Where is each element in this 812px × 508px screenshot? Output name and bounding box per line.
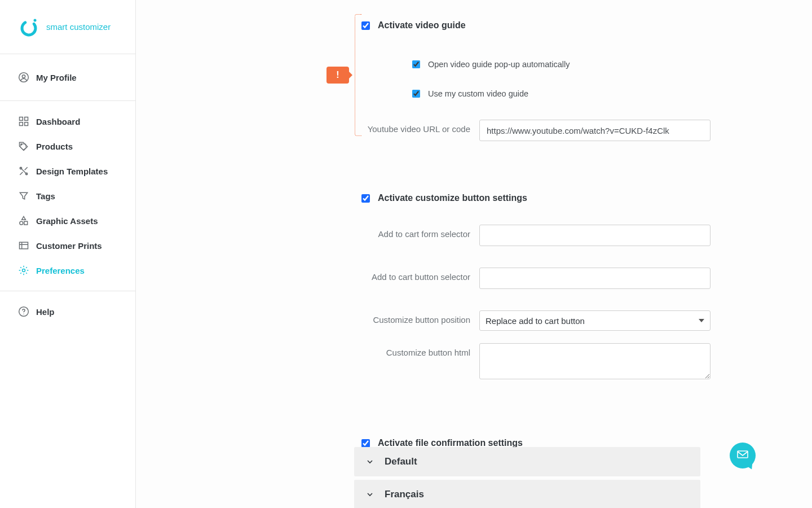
svg-rect-13 (20, 242, 28, 249)
mail-icon (736, 448, 749, 463)
svg-rect-12 (24, 221, 28, 225)
svg-point-2 (19, 73, 29, 82)
sidebar-item-tags[interactable]: Tags (0, 183, 135, 208)
sidebar-item-preferences[interactable]: Preferences (0, 258, 135, 283)
sidebar-item-label: Products (36, 142, 73, 151)
gear-icon (18, 265, 29, 276)
sub-label: Use my custom video guide (428, 89, 528, 98)
brand-logo[interactable]: smart customizer (0, 0, 135, 54)
button-html-label: Customize button html (361, 343, 479, 357)
button-position-label: Customize button position (361, 310, 479, 325)
user-icon (18, 72, 29, 83)
use-custom-video-checkbox[interactable] (412, 90, 420, 98)
brand-name: smart customizer (46, 22, 111, 32)
sidebar-item-label: My Profile (36, 73, 77, 82)
shapes-icon (18, 215, 29, 226)
cart-button-selector-label: Add to cart button selector (361, 268, 479, 282)
sidebar-item-design-templates[interactable]: Design Templates (0, 159, 135, 183)
sidebar-item-dashboard[interactable]: Dashboard (0, 109, 135, 134)
button-html-textarea[interactable] (479, 343, 710, 379)
youtube-url-label: Youtube video URL or code (361, 120, 479, 134)
sidebar-item-graphic-assets[interactable]: Graphic Assets (0, 208, 135, 233)
svg-rect-17 (738, 451, 748, 458)
section-title: Activate video guide (378, 20, 466, 30)
sidebar-item-label: Preferences (36, 266, 85, 275)
activate-video-guide-checkbox[interactable] (361, 21, 370, 30)
highlight-bracket (355, 14, 361, 136)
accordion-item-second[interactable]: Français (354, 480, 700, 508)
tag-icon (18, 141, 29, 152)
alert-badge-icon: ! (336, 70, 339, 80)
prints-icon (18, 240, 29, 251)
preferences-form: Activate video guide Open video guide po… (361, 0, 710, 448)
svg-point-14 (23, 269, 25, 272)
activate-customize-button-checkbox[interactable] (361, 194, 370, 203)
sidebar-item-my-profile[interactable]: My Profile (0, 54, 135, 100)
section-title: Activate customize button settings (378, 193, 527, 203)
accordion-label: Default (385, 456, 417, 467)
svg-rect-5 (25, 117, 28, 121)
sidebar-item-label: Dashboard (36, 117, 80, 126)
help-icon (18, 306, 29, 317)
activate-customize-button-toggle[interactable]: Activate customize button settings (361, 193, 710, 203)
accordion-label: Français (385, 489, 424, 500)
dashboard-icon (18, 116, 29, 127)
cart-button-selector-input[interactable] (479, 268, 710, 289)
chevron-down-icon (365, 457, 374, 466)
sidebar-item-label: Tags (36, 191, 55, 201)
alert-badge[interactable]: ! (326, 67, 349, 84)
chat-support-button[interactable] (730, 443, 756, 468)
svg-rect-6 (20, 122, 23, 126)
filter-icon (18, 190, 29, 202)
use-custom-video-toggle[interactable]: Use my custom video guide (361, 89, 710, 98)
language-accordion: Default Français (354, 447, 700, 508)
accordion-item-default[interactable]: Default (354, 447, 700, 476)
cart-form-selector-label: Add to cart form selector (361, 225, 479, 239)
svg-point-11 (20, 221, 23, 225)
youtube-url-input[interactable] (479, 120, 710, 141)
auto-popup-toggle[interactable]: Open video guide pop-up automatically (361, 60, 710, 69)
cart-form-selector-input[interactable] (479, 225, 710, 246)
svg-rect-7 (25, 122, 28, 126)
brand-logo-icon (19, 17, 38, 37)
svg-point-1 (34, 19, 37, 21)
svg-point-16 (23, 314, 24, 314)
sub-label: Open video guide pop-up automatically (428, 60, 570, 69)
activate-video-guide-toggle[interactable]: Activate video guide (361, 20, 710, 30)
sidebar-item-label: Graphic Assets (36, 216, 98, 226)
activate-file-confirmation-checkbox[interactable] (361, 439, 370, 448)
svg-rect-4 (20, 117, 23, 121)
sidebar-item-help[interactable]: Help (0, 299, 135, 324)
sidebar-item-label: Design Templates (36, 167, 108, 176)
auto-popup-checkbox[interactable] (412, 60, 420, 68)
sidebar-item-products[interactable]: Products (0, 134, 135, 159)
svg-point-3 (22, 75, 25, 78)
sidebar-item-customer-prints[interactable]: Customer Prints (0, 233, 135, 258)
chevron-down-icon (365, 490, 374, 499)
tools-icon (18, 165, 29, 177)
button-position-select[interactable]: Replace add to cart button (479, 310, 710, 331)
sidebar: smart customizer My Profile Dashboard Pr… (0, 0, 136, 508)
sidebar-item-label: Customer Prints (36, 241, 102, 251)
sidebar-item-label: Help (36, 307, 55, 317)
main-content: ! Activate video guide Open video guide … (136, 0, 812, 508)
